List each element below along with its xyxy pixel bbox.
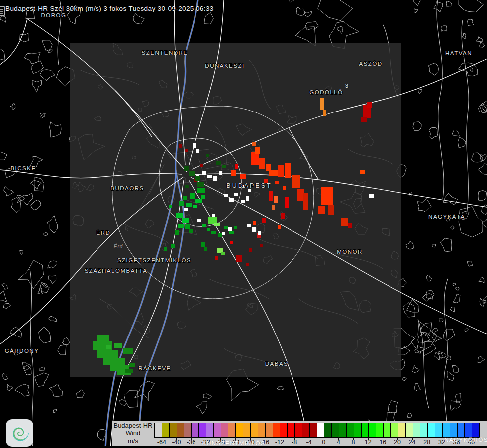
radar-echo — [236, 255, 242, 262]
radar-echo — [189, 171, 195, 176]
legend-color-cell — [250, 423, 258, 437]
legend-color-cell — [420, 423, 427, 437]
radar-echo — [179, 144, 182, 148]
legend-color-cell — [457, 423, 465, 437]
legend-color-cell — [280, 423, 287, 437]
radar-echo — [303, 193, 308, 210]
city-label: SZIGETSZENTMIKLÓS — [117, 257, 191, 263]
radar-echo — [114, 343, 122, 348]
legend-color-cell — [191, 423, 198, 437]
radar-echo — [361, 117, 367, 122]
radar-echo — [164, 247, 167, 251]
legend-tick-label: -12 — [275, 439, 284, 446]
radar-echo — [252, 227, 256, 232]
legend-color-cell — [331, 423, 339, 437]
legend-tick-label: 0 — [322, 439, 325, 446]
radar-echo — [248, 189, 251, 192]
radar-echo — [285, 197, 289, 208]
legend-color-cell — [413, 423, 420, 437]
legend-color-cell — [243, 423, 250, 437]
radar-echo — [234, 193, 238, 196]
city-label: ASZÓD — [359, 61, 382, 67]
radar-echo — [292, 175, 300, 188]
radar-echo — [297, 189, 304, 201]
legend-station-name: Budapest-HR — [113, 422, 152, 429]
radar-echo — [222, 232, 225, 235]
radar-echo — [229, 198, 234, 202]
radar-echo — [230, 241, 233, 244]
radar-echo — [328, 205, 334, 215]
radar-echo — [185, 224, 190, 229]
city-label: NAGYKÖRÖS — [444, 437, 487, 443]
radar-echo — [207, 228, 210, 231]
legend-tick-label: 24 — [409, 439, 416, 446]
radar-echo — [269, 191, 273, 201]
radar-echo — [283, 186, 286, 190]
legend-color-cell — [398, 423, 405, 437]
radar-echo — [253, 221, 256, 225]
radar-echo — [176, 213, 183, 218]
radar-echo — [367, 102, 372, 108]
radar-echo — [129, 363, 135, 367]
radar-echo — [97, 350, 118, 358]
radar-echo — [259, 158, 265, 169]
radar-echo — [197, 188, 205, 193]
radar-echo — [218, 233, 222, 237]
legend-color-cell — [390, 423, 398, 437]
radar-echo — [258, 231, 261, 235]
radar-echo — [255, 147, 260, 154]
radar-echo — [213, 176, 217, 181]
radar-echo — [321, 187, 333, 205]
radar-echo — [214, 223, 220, 226]
legend: Budapest-HR Wind m/s -64-40-36-32-28-24-… — [112, 421, 487, 446]
legend-color-cell — [450, 423, 457, 437]
legend-tick-label: -40 — [172, 439, 181, 446]
legend-color-cell — [169, 423, 177, 437]
radar-echo — [249, 248, 252, 252]
city-label: NAGYKÁTA — [428, 214, 465, 220]
legend-tick-label: 16 — [379, 439, 386, 446]
radar-echo — [175, 230, 179, 235]
met-swirl-logo-icon — [8, 421, 31, 445]
radar-echo — [186, 203, 192, 207]
legend-station-text: Budapest-HR Wind m/s — [112, 422, 154, 445]
city-label: ÉRD — [97, 230, 111, 236]
city-label: DUNAKESZI — [205, 63, 244, 69]
radar-echo — [241, 200, 245, 203]
radar-echo — [341, 218, 348, 226]
radar-viewer: Budapest-HR Szél 30km (m/s) 3 fokos Tues… — [0, 0, 487, 448]
legend-tick-label: 4 — [337, 439, 340, 446]
radar-echo — [285, 163, 291, 178]
radar-echo — [224, 194, 228, 197]
radar-echo — [228, 227, 232, 231]
radar-echo — [348, 223, 352, 228]
radar-echo — [216, 161, 221, 165]
radar-echo — [204, 247, 207, 251]
radar-echo — [235, 164, 238, 169]
legend-color-cell — [221, 423, 228, 437]
city-label: HATVAN — [445, 50, 472, 56]
legend-color-cell — [184, 423, 191, 437]
radar-echo — [185, 185, 189, 188]
radar-echo — [269, 170, 279, 176]
city-label: MONOR — [337, 249, 363, 255]
legend-color-cell — [442, 423, 450, 437]
city-label: BICSKE — [10, 165, 36, 171]
city-label: BUDAÖRS — [110, 185, 144, 191]
radar-echo — [231, 170, 236, 176]
radar-echo — [252, 142, 256, 146]
city-label: RÁCKEVE — [138, 365, 171, 371]
city-label: GÖDÖLLŐ — [309, 89, 343, 95]
radar-echo — [281, 213, 285, 219]
radar-echo — [207, 175, 212, 178]
legend-color-cell — [368, 423, 376, 437]
radar-echo — [183, 196, 187, 200]
app-logo — [6, 419, 33, 447]
city-label: DOROG — [41, 12, 67, 18]
legend-color-cell — [435, 423, 442, 437]
radar-echo — [274, 196, 278, 203]
legend-color-cell — [317, 423, 324, 437]
radar-echo — [260, 244, 263, 247]
radar-echo — [360, 170, 365, 174]
radar-echo — [179, 201, 184, 206]
